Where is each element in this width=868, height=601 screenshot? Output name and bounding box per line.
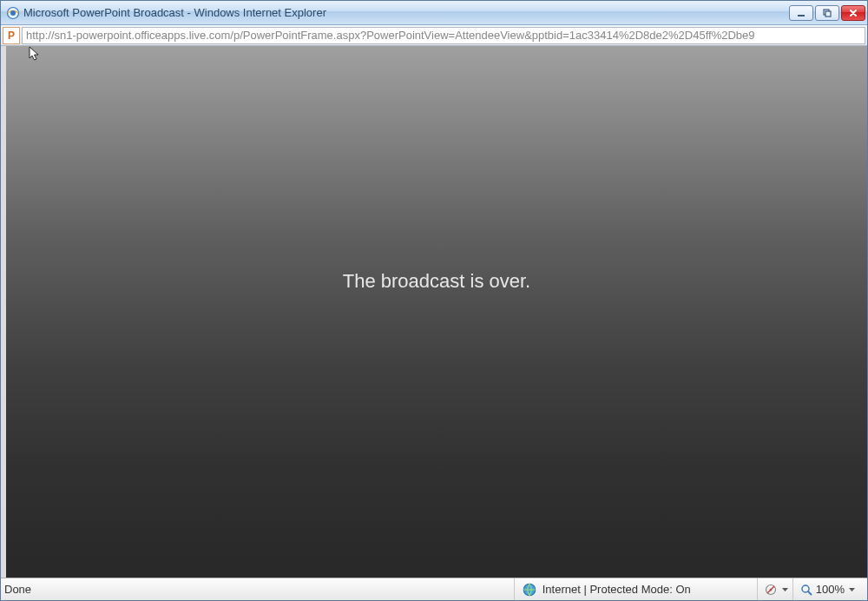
- status-icons-segment: [758, 578, 793, 600]
- privacy-icon: [765, 584, 777, 596]
- svg-rect-4: [825, 11, 831, 17]
- zoom-icon: [800, 584, 812, 596]
- privacy-report-button[interactable]: [761, 581, 780, 598]
- privacy-dropdown-arrow[interactable]: [782, 588, 789, 591]
- page-icon-letter: P: [8, 30, 15, 42]
- internet-zone-icon: [522, 582, 537, 598]
- address-bar: P: [1, 25, 867, 46]
- page-content: The broadcast is over.: [1, 46, 867, 578]
- maximize-button[interactable]: [815, 5, 839, 21]
- zoom-level-text: 100%: [816, 583, 845, 596]
- close-button[interactable]: [841, 5, 865, 21]
- broadcast-status-message: The broadcast is over.: [343, 270, 530, 293]
- url-input[interactable]: [22, 27, 865, 44]
- window-controls: [789, 5, 865, 21]
- security-zone-text: Internet | Protected Mode: On: [542, 583, 691, 596]
- status-text: Done: [4, 583, 31, 596]
- svg-point-1: [10, 10, 16, 16]
- window-titlebar: Microsoft PowerPoint Broadcast - Windows…: [1, 1, 867, 25]
- zoom-dropdown-arrow[interactable]: [848, 588, 855, 591]
- browser-window: Microsoft PowerPoint Broadcast - Windows…: [0, 0, 868, 601]
- cursor-icon: [29, 46, 43, 63]
- status-text-segment: Done: [1, 578, 515, 600]
- zoom-segment[interactable]: 100%: [793, 578, 867, 600]
- status-bar: Done Internet | Protected Mode: On 100%: [1, 578, 867, 600]
- powerpoint-page-icon[interactable]: P: [3, 27, 20, 44]
- minimize-button[interactable]: [789, 5, 813, 21]
- svg-rect-2: [798, 15, 805, 17]
- ie-icon: [6, 6, 20, 20]
- window-title: Microsoft PowerPoint Broadcast - Windows…: [23, 6, 789, 19]
- security-zone-segment[interactable]: Internet | Protected Mode: On: [515, 578, 758, 600]
